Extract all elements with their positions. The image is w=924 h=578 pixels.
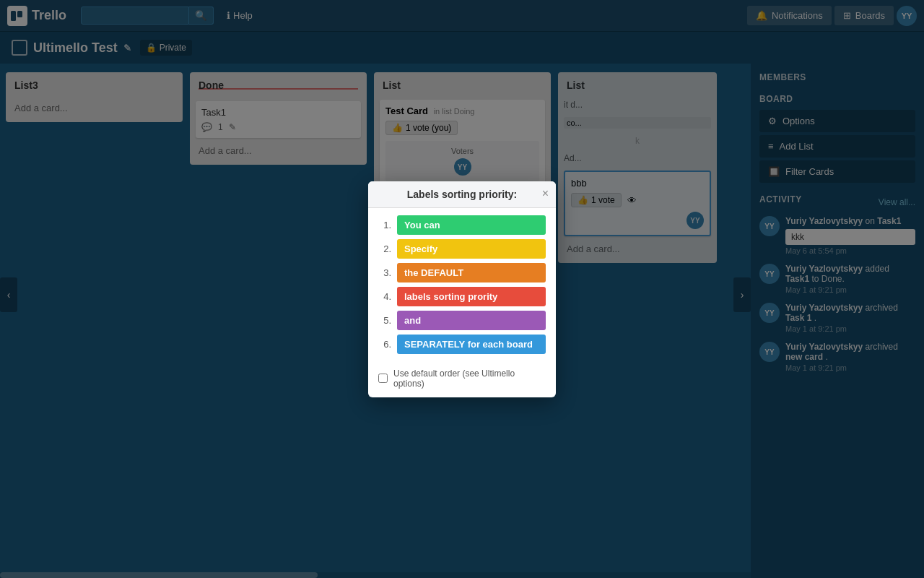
default-order-label[interactable]: Use default order (see Ultimello options… (393, 368, 546, 389)
modal-close-button[interactable]: × (542, 187, 549, 200)
label-tag[interactable]: You can (397, 215, 546, 235)
label-tag[interactable]: and (397, 311, 546, 330)
label-tag[interactable]: SEPARATELY for each board (397, 335, 546, 354)
label-tag[interactable]: the DEFAULT (397, 263, 546, 282)
label-row: 3.the DEFAULT (378, 263, 546, 282)
label-number: 4. (378, 291, 391, 302)
label-tag[interactable]: labels sorting prority (397, 287, 546, 306)
label-number: 6. (378, 339, 391, 350)
label-number: 3. (378, 267, 391, 278)
label-number: 1. (378, 220, 391, 230)
label-tag[interactable]: Specify (397, 239, 546, 259)
label-row: 5.and (378, 311, 546, 330)
modal-title: Labels sorting priority: (407, 189, 517, 200)
labels-sort-modal: Labels sorting priority: × 1.You can2.Sp… (368, 181, 556, 397)
labels-list: 1.You can2.Specify3.the DEFAULT4.labels … (378, 215, 546, 354)
modal-overlay[interactable]: Labels sorting priority: × 1.You can2.Sp… (0, 0, 924, 578)
label-row: 4.labels sorting prority (378, 287, 546, 306)
label-number: 5. (378, 315, 391, 326)
label-row: 1.You can (378, 215, 546, 235)
label-row: 2.Specify (378, 239, 546, 259)
label-row: 6.SEPARATELY for each board (378, 335, 546, 354)
label-number: 2. (378, 243, 391, 254)
default-order-row: Use default order (see Ultimello options… (378, 368, 546, 389)
default-order-checkbox[interactable] (378, 374, 388, 383)
modal-footer: Use default order (see Ultimello options… (368, 368, 556, 397)
modal-header: Labels sorting priority: (368, 181, 556, 208)
modal-body: 1.You can2.Specify3.the DEFAULT4.labels … (368, 208, 556, 368)
